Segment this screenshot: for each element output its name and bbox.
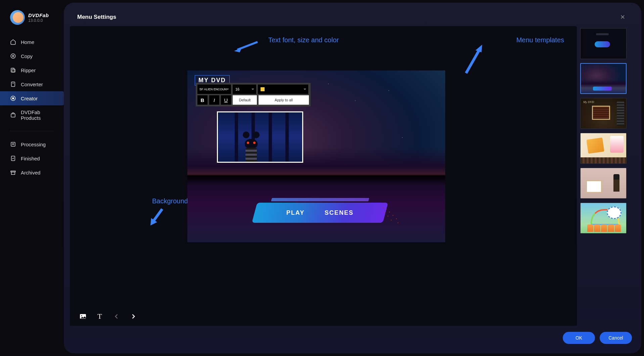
sidebar-item-archived[interactable]: Archived — [0, 165, 64, 180]
color-swatch — [261, 87, 265, 91]
svg-rect-8 — [11, 114, 15, 117]
italic-button[interactable]: I — [209, 95, 219, 105]
chevron-right-icon — [130, 313, 137, 320]
template-item-3[interactable] — [580, 133, 627, 164]
svg-point-7 — [12, 98, 14, 99]
font-size-select[interactable]: 16 — [233, 85, 256, 94]
template-item-5[interactable] — [580, 203, 627, 234]
sidebar-item-finished[interactable]: Finished — [0, 151, 64, 165]
sidebar-item-label: Copy — [21, 53, 33, 59]
sidebar-item-ripper[interactable]: Ripper — [0, 63, 64, 77]
processing-icon — [10, 141, 16, 147]
svg-rect-14 — [11, 172, 15, 175]
brand-version: 13.0.0.0 — [28, 18, 49, 23]
sidebar-item-label: Home — [21, 39, 34, 45]
close-icon: ✕ — [620, 14, 625, 20]
svg-point-1 — [12, 55, 14, 57]
sidebar-item-label: DVDFab Products — [21, 109, 54, 121]
arrow-icon — [463, 43, 486, 77]
text-icon: T — [97, 312, 102, 321]
sidebar-item-converter[interactable]: Converter — [0, 77, 64, 91]
sidebar-item-label: Processing — [21, 142, 46, 147]
image-icon — [79, 312, 87, 320]
sidebar-item-label: Archived — [21, 170, 40, 175]
default-button[interactable]: Default — [233, 95, 257, 105]
text-format-toolbar: SF ALIEN ENCOUN 16 B I U Default Apply t… — [196, 83, 311, 106]
creator-icon — [10, 95, 16, 101]
sidebar-item-label: Creator — [21, 96, 38, 101]
sidebar-item-processing[interactable]: Processing — [0, 137, 64, 151]
svg-rect-4 — [11, 82, 15, 87]
menu-preview-canvas[interactable]: MY DVD SF ALIEN ENCOUN 16 B I U — [187, 70, 445, 242]
sidebar-item-products[interactable]: DVDFab Products — [0, 105, 64, 125]
brand-name: DVDFab — [28, 12, 49, 18]
background-image-button[interactable] — [79, 312, 87, 321]
svg-rect-2 — [11, 68, 14, 72]
ripper-icon — [10, 67, 16, 73]
font-family-select[interactable]: SF ALIEN ENCOUN — [197, 85, 231, 94]
template-item-0[interactable] — [580, 28, 627, 59]
font-color-select[interactable] — [258, 85, 308, 94]
arrow-icon — [147, 207, 167, 227]
playback-button-bar[interactable]: PLAY SCENES — [252, 203, 388, 223]
play-label: PLAY — [286, 209, 305, 216]
disc-icon — [10, 53, 16, 59]
prev-page-button[interactable] — [112, 312, 121, 321]
text-tool-button[interactable]: T — [95, 312, 104, 321]
annotation-font: Text font, size and color — [268, 36, 339, 44]
annotation-templates: Menu templates — [516, 36, 564, 44]
sidebar-item-home[interactable]: Home — [0, 35, 64, 49]
converter-icon — [10, 81, 16, 87]
underline-button[interactable]: U — [221, 95, 231, 105]
video-thumbnail[interactable] — [217, 111, 303, 163]
sidebar-item-creator[interactable]: Creator — [0, 91, 64, 105]
bold-button[interactable]: B — [197, 95, 208, 105]
svg-rect-3 — [12, 69, 15, 72]
template-list: My DVD — [577, 26, 632, 326]
scenes-label: SCENES — [325, 209, 354, 216]
next-page-button[interactable] — [129, 312, 138, 321]
ok-button[interactable]: OK — [563, 332, 595, 344]
cancel-button[interactable]: Cancel — [600, 332, 632, 344]
template-item-2[interactable]: My DVD — [580, 98, 627, 129]
svg-point-16 — [81, 315, 82, 316]
close-button[interactable]: ✕ — [617, 11, 628, 23]
arrow-icon — [232, 40, 259, 54]
sidebar-item-label: Converter — [21, 82, 43, 87]
archived-icon — [10, 169, 16, 175]
svg-point-0 — [11, 54, 15, 58]
sidebar-item-copy[interactable]: Copy — [0, 49, 64, 63]
app-logo-block: DVDFab 13.0.0.0 — [0, 10, 64, 35]
apply-all-button[interactable]: Apply to all — [259, 95, 309, 105]
chevron-left-icon — [113, 313, 120, 320]
template-item-1[interactable] — [580, 63, 627, 94]
finished-icon — [10, 155, 16, 161]
template-item-4[interactable] — [580, 168, 627, 199]
products-icon — [10, 112, 16, 118]
home-icon — [10, 39, 16, 45]
app-avatar — [10, 10, 25, 25]
dialog-title: Menu Settings — [77, 14, 116, 20]
sidebar-item-label: Ripper — [21, 67, 36, 73]
nav-divider — [10, 131, 54, 131]
sidebar-item-label: Finished — [21, 156, 40, 161]
